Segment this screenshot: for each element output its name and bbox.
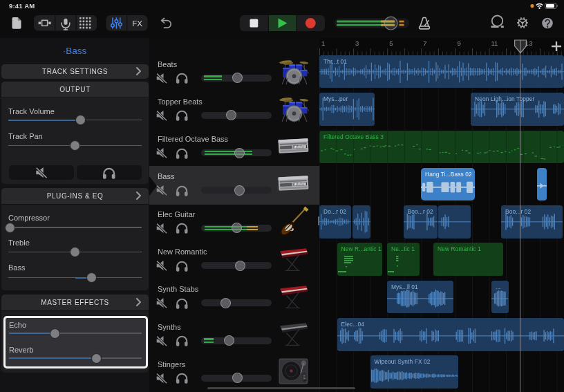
svg-text:9: 9: [457, 39, 460, 47]
svg-text:7: 7: [423, 39, 426, 47]
svg-text:11: 11: [491, 39, 498, 47]
svg-text:5: 5: [389, 39, 393, 47]
svg-text:1: 1: [321, 39, 325, 47]
svg-text:3: 3: [355, 39, 359, 47]
